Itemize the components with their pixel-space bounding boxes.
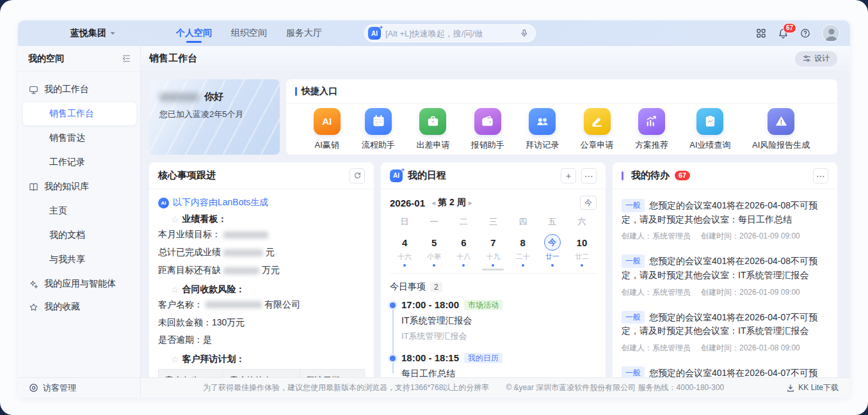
kk-lite-download[interactable]: KK Lite下载 (786, 382, 850, 393)
quick-entry-AI赢销[interactable]: AIAI赢销 (314, 108, 341, 151)
event-tag: 市场活动 (464, 300, 502, 310)
ai-generated-note: AI 以下内容由LanBots生成 (158, 197, 365, 208)
company-switcher[interactable]: 蓝悦集团 (70, 27, 116, 39)
today-button[interactable]: 今 (580, 196, 597, 210)
day-number: 今 (544, 234, 561, 251)
prev-week-icon[interactable]: ◂ (431, 198, 435, 207)
microphone-icon[interactable] (520, 29, 529, 38)
design-button[interactable]: 设计 (795, 51, 837, 67)
todo-item[interactable]: 一般您预定的会议室401将在2026-04-07不可预定，请及时预定其他会议室：… (622, 304, 828, 359)
todo-item[interactable]: 一般您预定的会议室401将在2026-04-08不可预定，请及时预定其他会议室：… (622, 192, 828, 247)
day-lunar: 小寒 (427, 252, 441, 262)
global-search[interactable]: AI (364, 24, 536, 42)
sidebar-subitem-主页[interactable]: 主页 (23, 200, 136, 223)
sidebar-subitem-我的文档[interactable]: 我的文档 (23, 224, 136, 247)
wallet-icon (474, 108, 501, 135)
quick-entry-label: AI业绩查询 (689, 139, 730, 151)
todo-item[interactable]: 一般您预定的会议室401将在2026-04-07不可预定，请及时预定其他会议室：… (622, 359, 828, 377)
event-dot (551, 264, 554, 267)
notification-bell-icon[interactable]: 67 (778, 28, 789, 39)
quick-entry-公章申请[interactable]: 公章申请 (581, 108, 614, 151)
help-icon[interactable] (800, 28, 810, 38)
quick-entry-流程助手[interactable]: 流程助手 (362, 108, 395, 151)
schedule-event[interactable]: 18:00 - 18:15我的日历每日工作总结 (401, 352, 597, 377)
redacted-value (223, 231, 268, 239)
apps-grid-icon[interactable] (756, 28, 766, 38)
calendar-day-小寒[interactable]: 5小寒 (419, 234, 449, 270)
sidebar-item-我的知识库[interactable]: 我的知识库 (18, 175, 140, 198)
sidebar-item-我的收藏[interactable]: 我的收藏 (18, 295, 140, 318)
sidebar-item-我的工作台[interactable]: 我的工作台 (18, 78, 140, 101)
visit-plan-table: 客户名称客户接待人拜访日期 (158, 369, 365, 377)
top-right-actions: 67 (756, 24, 840, 42)
quick-entry-AI风险报告生成[interactable]: AI风险报告生成 (752, 108, 810, 151)
weekday-label: 三 (478, 216, 508, 234)
todo-title: 我的待办 (631, 169, 670, 182)
todo-creator: 创建人：系统管理员 (622, 343, 691, 354)
refresh-button[interactable] (350, 168, 365, 184)
day-lunar: 十八 (456, 252, 470, 262)
quick-entry-方案推荐[interactable]: 方案推荐 (635, 108, 668, 151)
next-week-icon[interactable]: ▸ (469, 198, 472, 207)
user-avatar[interactable] (822, 24, 840, 42)
event-list: 17:00 - 18:00市场活动IT系统管理汇报会IT系统管理汇报会18:00… (390, 299, 597, 377)
star-icon (29, 302, 38, 312)
tab-服务大厅[interactable]: 服务大厅 (285, 21, 323, 45)
today-items-count: 2 (430, 282, 442, 292)
event-tag: 我的日历 (464, 353, 502, 363)
todo-text: 一般您预定的会议室401将在2026-04-08不可预定，请及时预定其他会议室：… (622, 199, 828, 226)
todo-text: 一般您预定的会议室401将在2026-04-07不可预定，请及时预定其他会议室：… (622, 366, 828, 377)
clipboard-icon (696, 108, 723, 135)
star-icon: ☆ (171, 285, 179, 295)
core-detail-line: 客户名称：有限公司 (158, 297, 365, 313)
add-event-button[interactable]: + (561, 168, 576, 184)
event-dot (403, 264, 406, 267)
star-icon: ☆ (171, 214, 179, 224)
schedule-more-button[interactable]: ⋯ (581, 168, 597, 184)
tab-组织空间[interactable]: 组织空间 (230, 21, 268, 45)
target-icon (29, 383, 38, 393)
schedule-event[interactable]: 17:00 - 18:00市场活动IT系统管理汇报会IT系统管理汇报会 (401, 299, 597, 352)
sidebar-item-label: 我的知识库 (44, 181, 89, 192)
visitor-management-item[interactable]: 访客管理 (18, 378, 141, 398)
workspace-tabs: 个人空间组织空间服务大厅 (175, 21, 323, 45)
chevron-down-icon (109, 30, 116, 36)
event-subtitle: IT系统管理汇报会 (401, 331, 597, 342)
todo-item[interactable]: 一般您预定的会议室401将在2026-04-08不可预定，请及时预定其他会议室：… (622, 247, 828, 303)
sidebar-collapse-icon[interactable] (122, 54, 131, 63)
sidebar-subitem-销售工作台[interactable]: 销售工作台 (23, 102, 136, 125)
tab-个人空间[interactable]: 个人空间 (175, 21, 213, 45)
schedule-title: 我的日程 (408, 169, 446, 182)
greeting-text: 你好 (204, 91, 223, 103)
redacted-value (223, 267, 259, 274)
section-heading-text: 业绩看板： (182, 214, 227, 225)
sidebar-item-我的应用与智能体[interactable]: 我的应用与智能体 (18, 272, 140, 295)
schedule-ai-icon: AI (390, 169, 403, 182)
section-heading: ☆业绩看板： (171, 214, 365, 225)
copyright: © &year 深圳市蓝凌软件股份有限公司 服务热线：4000-180-300 (506, 382, 724, 393)
sidebar-subitem-工作记录[interactable]: 工作记录 (23, 151, 136, 174)
sidebar: 我的空间 我的工作台销售工作台销售雷达工作记录我的知识库主页我的文档与我共享我的… (18, 46, 141, 377)
search-input[interactable] (385, 29, 515, 38)
accent-bar (622, 171, 623, 180)
todo-more-button[interactable]: ⋯ (813, 168, 828, 184)
download-icon (786, 384, 795, 393)
app-shell: 蓝悦集团 个人空间组织空间服务大厅 AI 67 我 (18, 20, 850, 398)
core-detail-line: 本月业绩目标： (158, 226, 365, 243)
calendar-day-十八[interactable]: 6十八 (449, 234, 478, 270)
quick-entry-拜访记录[interactable]: 拜访记录 (526, 108, 559, 151)
quick-entry-title: 快捷入口 (301, 86, 337, 97)
calendar-day-二十[interactable]: 8二十 (508, 234, 538, 270)
quick-entry-报销助手[interactable]: 报销助手 (471, 108, 504, 151)
calendar-day-十六[interactable]: 4十六 (390, 234, 419, 270)
sidebar-subitem-与我共享[interactable]: 与我共享 (23, 248, 136, 271)
calendar-day-廿二[interactable]: 10廿二 (567, 234, 597, 270)
company-name: 蓝悦集团 (70, 27, 106, 39)
day-number: 4 (402, 234, 407, 251)
quick-entry-出差申请[interactable]: 出差申请 (416, 108, 449, 151)
sidebar-item-label: 我的应用与智能体 (44, 278, 116, 290)
calendar-day-廿一[interactable]: 今廿一 (538, 234, 567, 270)
quick-entry-AI业绩查询[interactable]: AI业绩查询 (689, 108, 730, 151)
calendar-day-十九[interactable]: 7十九 (478, 234, 508, 270)
sidebar-subitem-销售雷达[interactable]: 销售雷达 (23, 127, 136, 150)
